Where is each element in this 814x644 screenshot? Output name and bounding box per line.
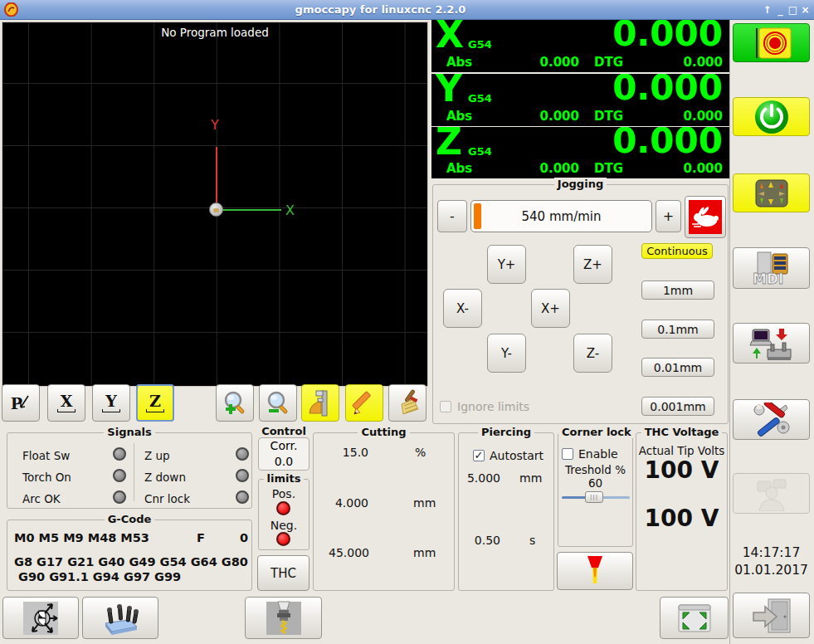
shade-window-icon[interactable]: ↑ xyxy=(761,4,773,16)
dro-axis-x[interactable]: X G54 0.000 Abs 0.000 DTG 0.000 xyxy=(431,20,729,72)
corner-lock-frame: Corner lock Enable Treshold % 60 ||| xyxy=(558,432,633,547)
dro-z-letter: Z xyxy=(436,127,462,163)
machine-on-button[interactable] xyxy=(733,97,810,136)
limit-pos-label: Pos. xyxy=(259,487,309,500)
thc-speed-value: 15.0 xyxy=(337,446,368,459)
rabbit-icon xyxy=(689,200,722,234)
signal-z-up-label: Z up xyxy=(144,449,170,462)
auto-mode-button[interactable] xyxy=(733,323,810,363)
correction-display: Corr. 0.0 xyxy=(258,437,310,471)
cut-gap-value: 4.000 xyxy=(332,496,368,510)
view-x-button[interactable]: X xyxy=(47,384,85,422)
dro-z-abs-value: 0.000 xyxy=(521,161,579,176)
exit-button[interactable] xyxy=(733,593,810,638)
gcode-preview[interactable]: No Program loaded Y X xyxy=(2,22,428,387)
cut-gap-unit: mm xyxy=(413,496,436,510)
turbo-jog-button[interactable] xyxy=(685,196,726,238)
minimize-window-icon[interactable]: _ xyxy=(774,4,787,16)
jog-speed-plus-button[interactable]: + xyxy=(656,200,681,232)
torch-button[interactable] xyxy=(557,552,633,590)
control-title: Control xyxy=(256,425,311,437)
probe-plate-icon xyxy=(99,600,142,637)
view-y-button[interactable]: Y xyxy=(92,384,130,422)
jog-pad-icon xyxy=(753,178,790,209)
thc-voltage-title: THC Voltage xyxy=(636,426,727,438)
clock-date: 01.01.2017 xyxy=(734,563,808,578)
dro-x-dtg-label: DTG xyxy=(594,55,623,70)
dro-axis-z[interactable]: Z G54 0.000 Abs 0.000 DTG 0.000 xyxy=(431,127,729,178)
gcode-frame: G-Code M0 M5 M9 M48 M53 F 0 G8 G17 G21 G… xyxy=(7,520,252,591)
zoom-out-icon xyxy=(264,389,292,417)
limits-frame: limits Pos. Neg. xyxy=(258,479,310,550)
user-icon xyxy=(751,476,792,511)
view-z-button[interactable]: Z xyxy=(136,384,174,422)
zoom-out-button[interactable] xyxy=(259,384,297,422)
signal-arc-ok-label: Arc OK xyxy=(22,492,61,505)
zoom-in-icon xyxy=(221,389,249,417)
corner-lock-title: Corner lock xyxy=(558,426,632,438)
clock-display: 14:17:17 01.01.2017 xyxy=(733,544,810,579)
dro-x-letter: X xyxy=(436,20,464,56)
treshold-value: 60 xyxy=(558,476,632,490)
corner-lock-enable-label: Enable xyxy=(578,447,618,461)
thc-target-voltage: 100 V xyxy=(636,456,727,484)
jog-z-minus-button[interactable]: Z- xyxy=(573,334,612,373)
correction-value: 0.0 xyxy=(275,455,293,468)
touch-plate-button[interactable] xyxy=(82,597,158,639)
view-perspective-button[interactable]: P xyxy=(2,384,40,422)
jog-z-plus-button[interactable]: Z+ xyxy=(573,245,612,284)
manual-mode-button[interactable] xyxy=(733,173,810,212)
caliper-icon xyxy=(306,388,334,418)
thc-actual-voltage: 100 V xyxy=(636,505,727,532)
tool-change-button[interactable] xyxy=(245,597,322,639)
y-axis-line xyxy=(216,147,217,210)
jog-x-minus-button[interactable]: X- xyxy=(443,289,482,328)
estop-button[interactable] xyxy=(733,23,810,62)
autostart-label: Autostart xyxy=(490,449,543,462)
clear-plot-button[interactable] xyxy=(388,384,426,422)
jog-increment-continuous[interactable]: Continuous xyxy=(641,243,713,259)
dro-x-value: 0.000 xyxy=(612,20,723,54)
dro-axis-y[interactable]: Y G54 0.000 Abs 0.000 DTG 0.000 xyxy=(431,74,729,126)
jog-speed-minus-button[interactable]: - xyxy=(437,200,467,232)
fullscreen-icon xyxy=(675,602,714,635)
limit-pos-led xyxy=(276,501,290,515)
corner-lock-enable-checkbox[interactable] xyxy=(562,448,573,460)
thc-button[interactable]: THC xyxy=(257,555,310,591)
jog-increment-0-001mm[interactable]: 0.001mm xyxy=(641,397,714,416)
titlebar[interactable]: gmoccapy for linuxcnc 2.2.0 ↑ _ □ × xyxy=(0,0,814,20)
clock-time: 14:17:17 xyxy=(743,545,801,560)
mdi-mode-button[interactable]: MDI xyxy=(733,247,810,289)
ignore-limits-label: Ignore limits xyxy=(457,400,529,413)
app-logo-icon xyxy=(4,2,18,17)
close-window-icon[interactable]: × xyxy=(799,4,812,16)
limit-neg-label: Neg. xyxy=(259,519,309,532)
limits-title: limits xyxy=(259,472,309,485)
treshold-slider-handle[interactable]: ||| xyxy=(585,491,603,503)
maximize-window-icon[interactable]: □ xyxy=(787,4,799,16)
dro-y-dtg-label: DTG xyxy=(594,109,623,124)
piercing-frame: Piercing Autostart 5.000 mm Gap- Gap+ 0.… xyxy=(458,432,554,591)
signals-frame: Signals Float Sw Torch On Arc OK Z up Z … xyxy=(7,432,252,509)
treshold-label: Treshold % xyxy=(558,463,632,476)
jog-x-plus-button[interactable]: X+ xyxy=(531,289,570,328)
jog-y-minus-button[interactable]: Y- xyxy=(487,334,526,373)
dro-y-letter: Y xyxy=(436,74,462,110)
fullscreen-button[interactable] xyxy=(660,597,729,639)
zoom-in-button[interactable] xyxy=(216,384,254,422)
touch-off-button[interactable] xyxy=(2,597,79,639)
settings-button[interactable] xyxy=(733,399,810,440)
dro-z-abs-label: Abs xyxy=(446,161,472,176)
correction-label: Corr. xyxy=(271,439,298,452)
jog-increment-1mm[interactable]: 1mm xyxy=(641,281,714,300)
jog-increment-0-01mm[interactable]: 0.01mm xyxy=(641,358,714,377)
dro-y-dtg-value: 0.000 xyxy=(684,109,723,124)
autostart-checkbox[interactable] xyxy=(473,450,485,461)
edit-offsets-button[interactable] xyxy=(345,384,383,422)
dimensions-button[interactable] xyxy=(301,384,339,422)
pencil-icon xyxy=(350,389,378,417)
jog-increment-0-1mm[interactable]: 0.1mm xyxy=(641,320,714,339)
jog-y-plus-button[interactable]: Y+ xyxy=(487,245,526,284)
jog-speed-slider[interactable]: 540 mm/min xyxy=(470,200,652,232)
treshold-slider[interactable]: ||| xyxy=(562,490,630,504)
